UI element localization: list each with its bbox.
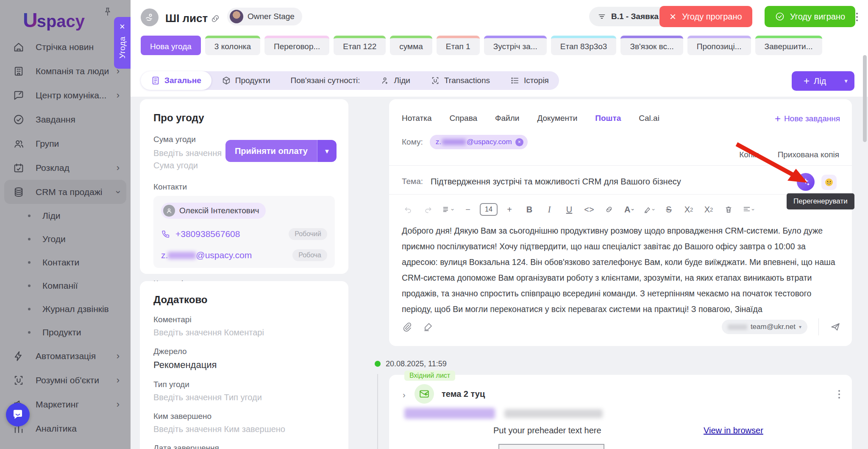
stage-pill[interactable]: Завершити... <box>755 36 822 55</box>
undo-button[interactable] <box>400 201 416 218</box>
field-label: Дата завершення <box>153 443 335 449</box>
stage-pill[interactable]: сумма <box>390 36 432 55</box>
owner-stage-label: Owner Stage <box>248 12 295 21</box>
email-subject: тема 2 туц <box>442 389 485 399</box>
field-label: Джерело <box>153 347 335 356</box>
sender-account-selector[interactable]: team@ukr.net ▾ <box>722 320 807 334</box>
stage-pill[interactable]: Етап 1 <box>437 36 480 55</box>
clear-format-button[interactable] <box>721 201 737 218</box>
contacts-label: Контакти <box>153 182 335 192</box>
person-plus-icon <box>381 76 390 85</box>
x-icon: × <box>670 10 676 23</box>
support-chat-button[interactable] <box>6 403 30 427</box>
view-in-browser-link[interactable]: View in browser <box>704 426 763 435</box>
text-color-button[interactable]: A› <box>621 201 637 218</box>
tab-note[interactable]: Нотатка <box>402 114 432 123</box>
link-button[interactable] <box>601 201 617 218</box>
email-compose-card: Нотатка Справа Файли Документи Пошта Cal… <box>389 99 852 346</box>
about-deal-card: Про угоду Сума угоди Введіть значення Су… <box>140 99 348 274</box>
stage-pill[interactable]: Пропозиці... <box>687 36 751 55</box>
add-lead-button[interactable]: + Лід ▾ <box>792 71 854 91</box>
ai-regenerate-button[interactable] <box>797 173 815 191</box>
align-button[interactable]: › <box>740 201 757 218</box>
funnel-icon <box>598 12 606 21</box>
recipient-chip[interactable]: z.@uspacy.com × <box>430 135 528 149</box>
subject-label: Тема: <box>402 177 423 186</box>
stage-pill[interactable]: Зв'язок вс... <box>620 36 683 55</box>
stage-pill[interactable]: 3 колонка <box>205 36 260 55</box>
tab-files[interactable]: Файли <box>495 114 519 123</box>
email-body-editor[interactable]: Доброго дня! Дякую Вам за сьогоднішню пр… <box>402 223 838 317</box>
redo-button[interactable] <box>420 201 436 218</box>
underline-button[interactable]: U <box>561 201 577 218</box>
tab-cal-ai[interactable]: Cal.ai <box>639 114 659 123</box>
tab-products[interactable]: Продукти <box>211 71 281 90</box>
timeline-date: 20.08.2025, 11:59 <box>386 360 447 368</box>
highlight-button[interactable]: › <box>641 201 657 218</box>
comments-field: Коментарі Введіть значення Коментарі <box>153 315 335 337</box>
phone-row: +380938567608 Робочий <box>161 228 327 240</box>
tab-leads[interactable]: Ліди <box>370 71 420 90</box>
chevron-down-icon[interactable]: ▾ <box>844 77 848 85</box>
stage-pill[interactable]: Етап 122 <box>334 36 386 55</box>
scrollbar-thumb[interactable] <box>863 55 867 142</box>
font-size-decrease-button[interactable]: − <box>460 201 476 218</box>
deal-lost-button[interactable]: × Угоду програно <box>659 6 752 27</box>
superscript-button[interactable]: X2 <box>701 201 717 218</box>
font-size-value[interactable]: 14 <box>480 201 498 218</box>
field-value[interactable]: Рекомендация <box>153 360 335 371</box>
signature-button[interactable] <box>423 322 433 332</box>
stage-pill[interactable]: Етап 83р3о3 <box>551 36 617 55</box>
closed-by-field: Ким завершено Введіть значення Ким завер… <box>153 412 335 434</box>
field-placeholder[interactable]: Введіть значення Тип угоди <box>153 393 335 402</box>
contact-phone-link[interactable]: +380938567608 <box>175 229 240 239</box>
bcc-button[interactable]: Прихована копія <box>778 150 839 159</box>
bold-button[interactable]: B <box>521 201 537 218</box>
activity-tabs: Нотатка Справа Файли Документи Пошта Cal… <box>402 114 659 123</box>
stage-pill[interactable]: Зустріч за... <box>484 36 547 55</box>
tab-transactions[interactable]: Transactions <box>420 71 500 90</box>
stage-pill[interactable]: Переговор... <box>264 36 329 55</box>
field-placeholder[interactable]: Введіть значення Ким завершено <box>153 424 335 434</box>
copy-link-icon[interactable] <box>210 14 220 24</box>
code-button[interactable]: <> <box>581 201 597 218</box>
contact-chip[interactable]: Олексій Інтелектович <box>161 203 266 219</box>
line-height-button[interactable]: › <box>440 201 456 218</box>
divider <box>818 318 819 335</box>
incoming-email-card: Вхідний лист › тема 2 туц Put your prehe… <box>389 375 852 449</box>
tab-related-entities[interactable]: Пов'язані сутності: <box>281 71 370 90</box>
strikethrough-button[interactable]: S <box>661 201 677 218</box>
subject-input[interactable]: Підтвердження зустрічі та можливості CRM… <box>431 177 681 187</box>
new-task-button[interactable]: + Нове завдання <box>775 113 840 125</box>
subscript-button[interactable]: X2 <box>681 201 697 218</box>
tab-history[interactable]: Історія <box>500 71 559 90</box>
attach-file-button[interactable] <box>402 322 412 332</box>
font-size-increase-button[interactable]: + <box>501 201 517 218</box>
italic-button[interactable]: I <box>541 201 557 218</box>
chevron-down-icon[interactable]: ▼ <box>317 140 337 162</box>
email-more-menu[interactable] <box>837 388 842 400</box>
page-title: ШІ лист <box>165 12 208 25</box>
card-title: Додатково <box>153 294 335 306</box>
tab-activity[interactable]: Справа <box>450 114 478 123</box>
tab-general[interactable]: Загальне <box>141 71 211 90</box>
deal-panel-tab[interactable]: × Угода <box>114 17 131 69</box>
tab-documents[interactable]: Документи <box>537 114 577 123</box>
header-more-menu[interactable] <box>854 11 860 23</box>
expand-chevron-icon[interactable]: › <box>403 390 406 400</box>
field-placeholder[interactable]: Введіть значення Коментарі <box>153 328 335 337</box>
owner-stage-badge[interactable]: Owner Stage <box>227 8 302 25</box>
send-button[interactable] <box>830 321 841 332</box>
emoji-button[interactable] <box>821 175 837 190</box>
close-icon[interactable]: × <box>120 21 125 32</box>
remove-recipient-icon[interactable]: × <box>515 138 523 146</box>
sidebar: Uspacy Стрічка новин Компанія та люди › … <box>0 0 131 449</box>
deal-won-button[interactable]: Угоду виграно <box>765 6 855 27</box>
accept-payment-button[interactable]: Прийняти оплату ▼ <box>225 140 337 162</box>
stage-pill-active[interactable]: Нова угода <box>141 36 201 55</box>
accept-payment-label: Прийняти оплату <box>225 140 317 162</box>
contact-email-link[interactable]: z.@uspacy.com <box>161 250 252 260</box>
cc-button[interactable]: Копія <box>739 150 759 159</box>
tab-mail[interactable]: Пошта <box>595 114 621 123</box>
recipient-row: Кому: z.@uspacy.com × <box>402 135 528 149</box>
